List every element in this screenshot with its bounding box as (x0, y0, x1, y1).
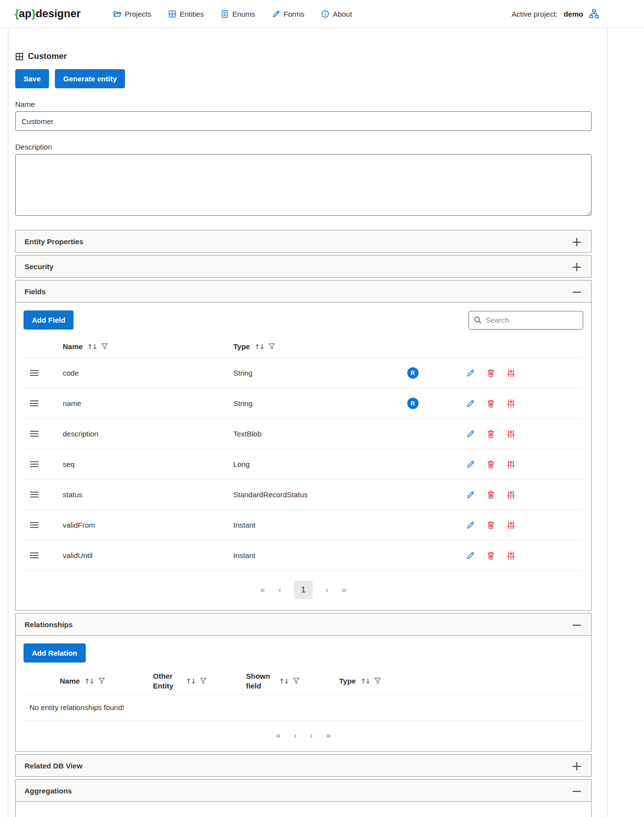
current-page-button[interactable]: 1 (294, 581, 313, 599)
logo-brace-close: } (31, 7, 36, 20)
field-name-cell: description (63, 430, 233, 438)
field-type-cell: String (233, 369, 395, 377)
expand-icon: + (571, 759, 582, 772)
drag-handle-icon[interactable] (30, 521, 39, 529)
delete-field-button[interactable] (487, 399, 495, 408)
relationships-section-body: Add Relation Name ↑↓ Other Entity ↑↓ (15, 636, 592, 752)
sort-icon[interactable]: ↑↓ (84, 677, 94, 685)
app-logo[interactable]: {ap}designer (15, 7, 81, 20)
section-title: Security (25, 262, 53, 271)
sort-icon[interactable]: ↑↓ (186, 677, 195, 685)
edit-field-button[interactable] (466, 521, 475, 530)
info-icon (321, 10, 329, 18)
nav-item-label: Enums (232, 10, 255, 18)
name-field-label: Name (15, 100, 592, 108)
delete-field-button[interactable] (487, 490, 495, 499)
fields-section-body: Add Field Name ↑↓ (15, 303, 592, 611)
edit-field-button[interactable] (466, 460, 475, 469)
add-relation-button[interactable]: Add Relation (24, 643, 86, 663)
sitemap-icon[interactable] (589, 9, 599, 19)
section-header-aggregations[interactable]: Aggregations − (15, 779, 592, 802)
relationships-empty-message: No entity relationships found! (24, 695, 583, 721)
nav-item-enums[interactable]: Enums (221, 10, 255, 18)
nav-menu: Projects Entities Enums Forms About (113, 10, 352, 18)
field-settings-sliders-button[interactable] (507, 490, 515, 499)
nav-item-entities[interactable]: Entities (168, 10, 204, 18)
field-settings-sliders-button[interactable] (507, 369, 515, 378)
fields-pagination: « ‹ 1 › » (24, 571, 583, 610)
pencil-icon (272, 10, 280, 18)
delete-field-button[interactable] (487, 430, 495, 438)
drag-handle-icon[interactable] (30, 491, 39, 498)
section-header-relationships[interactable]: Relationships − (15, 613, 592, 636)
drag-handle-icon[interactable] (30, 460, 39, 468)
section-header-related-db-view[interactable]: Related DB View + (15, 754, 592, 777)
field-settings-sliders-button[interactable] (507, 399, 515, 408)
column-header-type: Type (339, 676, 356, 686)
sort-icon[interactable]: ↑↓ (254, 343, 264, 351)
page-title-row: Customer (15, 51, 592, 61)
section-title: Related DB View (25, 762, 82, 770)
search-input[interactable] (469, 311, 583, 330)
sort-icon[interactable]: ↑↓ (87, 343, 97, 351)
name-input[interactable] (15, 111, 592, 131)
edit-field-button[interactable] (466, 551, 475, 560)
next-page-button[interactable]: › (325, 585, 329, 595)
sort-icon[interactable]: ↑↓ (279, 677, 288, 685)
section-title: Entity Properties (25, 237, 83, 246)
delete-field-button[interactable] (487, 551, 495, 560)
nav-item-forms[interactable]: Forms (272, 10, 305, 18)
filter-icon[interactable] (101, 343, 108, 350)
nav-item-label: Projects (125, 10, 151, 18)
delete-field-button[interactable] (487, 460, 495, 469)
field-name-cell: validFrom (63, 521, 233, 529)
filter-icon[interactable] (268, 343, 275, 350)
description-field-label: Description (15, 143, 592, 151)
nav-item-about[interactable]: About (321, 10, 352, 18)
search-icon (473, 316, 482, 324)
edit-field-button[interactable] (466, 430, 475, 438)
delete-field-button[interactable] (487, 521, 495, 530)
edit-field-button[interactable] (466, 369, 475, 378)
grid-icon (168, 10, 176, 18)
section-header-security[interactable]: Security + (15, 255, 592, 278)
nav-item-projects[interactable]: Projects (113, 10, 151, 18)
sort-icon[interactable]: ↑↓ (360, 677, 370, 685)
field-settings-sliders-button[interactable] (507, 521, 515, 530)
last-page-button[interactable]: » (326, 731, 331, 740)
filter-icon[interactable] (98, 677, 105, 685)
field-settings-sliders-button[interactable] (507, 551, 515, 560)
prev-page-button[interactable]: ‹ (294, 731, 297, 740)
first-page-button[interactable]: « (276, 731, 281, 740)
aggregations-section-body (15, 802, 592, 817)
generate-entity-button[interactable]: Generate entity (55, 69, 125, 88)
edit-field-button[interactable] (466, 399, 475, 408)
fields-table: Name ↑↓ Type ↑↓ (24, 335, 583, 571)
column-header-name: Name (60, 676, 80, 686)
active-project-area: Active project: demo (512, 9, 599, 19)
field-settings-sliders-button[interactable] (507, 460, 515, 469)
required-badge: R (407, 398, 419, 409)
filter-icon[interactable] (293, 677, 300, 685)
field-type-cell: Long (233, 460, 395, 468)
last-page-button[interactable]: » (342, 585, 347, 595)
drag-handle-icon[interactable] (30, 430, 39, 437)
field-table-row: code String R (24, 358, 583, 388)
drag-handle-icon[interactable] (30, 400, 39, 407)
add-field-button[interactable]: Add Field (24, 310, 74, 330)
save-button[interactable]: Save (15, 69, 49, 88)
drag-handle-icon[interactable] (30, 369, 39, 377)
delete-field-button[interactable] (487, 369, 495, 378)
description-textarea[interactable] (15, 154, 592, 216)
section-header-fields[interactable]: Fields − (15, 280, 592, 303)
section-header-entity-properties[interactable]: Entity Properties + (15, 230, 592, 253)
edit-field-button[interactable] (466, 490, 475, 499)
first-page-button[interactable]: « (260, 585, 265, 595)
prev-page-button[interactable]: ‹ (278, 585, 281, 595)
next-page-button[interactable]: › (310, 731, 313, 740)
field-settings-sliders-button[interactable] (507, 430, 515, 438)
filter-icon[interactable] (374, 677, 381, 685)
drag-handle-icon[interactable] (30, 552, 39, 559)
field-table-row: name String R (24, 388, 583, 419)
filter-icon[interactable] (199, 677, 207, 685)
